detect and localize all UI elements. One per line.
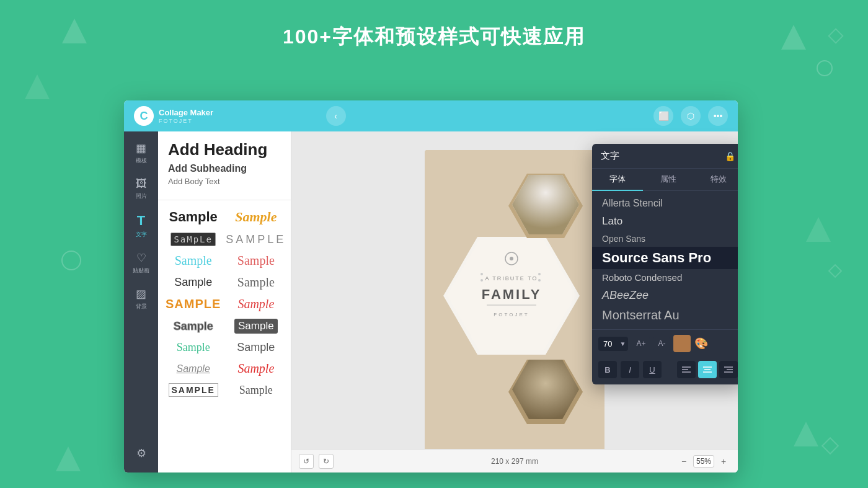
sticker-icon: ♡: [136, 251, 146, 265]
photo-icon: 🖼: [136, 177, 147, 190]
sample-text-6: Sample: [237, 254, 275, 268]
underline-button[interactable]: U: [643, 361, 662, 378]
svg-marker-6: [794, 422, 818, 446]
align-right-icon: [724, 366, 733, 373]
sample-text-16: Sample: [237, 362, 274, 376]
svg-point-25: [480, 279, 483, 282]
svg-point-29: [510, 257, 513, 260]
zoom-in-button[interactable]: +: [717, 455, 730, 468]
bold-button[interactable]: B: [598, 361, 617, 378]
sidebar-item-sticker[interactable]: ♡ 贴贴画: [126, 246, 156, 280]
text-panel: Add Heading Add Subheading Add Body Text…: [158, 131, 291, 472]
list-item[interactable]: SAMPLE: [166, 296, 221, 313]
template-label: 模板: [136, 157, 147, 165]
font-size-increase-btn[interactable]: A+: [632, 337, 650, 350]
sample-text-12: Sample: [234, 319, 278, 334]
list-item[interactable]: Sample: [226, 208, 286, 226]
font-item-montserrat[interactable]: Montserrat Au: [592, 305, 738, 326]
back-button[interactable]: ‹: [326, 106, 346, 126]
list-item[interactable]: Sample: [166, 360, 221, 377]
svg-text:A TRIBUTE TO: A TRIBUTE TO: [485, 275, 538, 282]
font-size-selector[interactable]: 70 ▼: [598, 337, 628, 351]
save-button[interactable]: ⬜: [653, 106, 673, 126]
list-item[interactable]: Sample: [226, 317, 286, 335]
sample-text-17: SAMPLE: [169, 383, 218, 397]
tab-effects[interactable]: 特效: [693, 169, 738, 190]
list-item[interactable]: Sample: [166, 208, 221, 226]
sample-grid: Sample Sample SaMpLe SAMPLE Sample Sampl…: [158, 203, 291, 403]
app-logo: C Collage Maker FOTOJET: [134, 106, 213, 126]
svg-marker-9: [806, 217, 831, 242]
font-list: Allerta Stencil Lato Open Sans Source Sa…: [592, 191, 738, 329]
font-item-allerta[interactable]: Allerta Stencil: [592, 195, 738, 212]
list-item[interactable]: Sample: [226, 296, 286, 313]
sample-text-4: SAMPLE: [226, 233, 286, 246]
canvas-dimensions: 210 x 297 mm: [491, 457, 538, 466]
svg-rect-7: [822, 438, 838, 453]
font-item-abeezee[interactable]: ABeeZee: [592, 286, 738, 305]
align-center-button[interactable]: [698, 361, 717, 378]
sample-text-5: Sample: [175, 254, 212, 268]
list-item[interactable]: Sample: [226, 274, 286, 291]
align-left-button[interactable]: [677, 361, 696, 378]
list-item[interactable]: Sample: [166, 317, 221, 335]
redo-button[interactable]: ↻: [319, 454, 334, 469]
sample-text-8: Sample: [237, 275, 275, 290]
font-item-roboto[interactable]: Roboto Condensed: [592, 269, 738, 286]
sample-text-10: Sample: [237, 297, 274, 311]
zoom-out-button[interactable]: −: [677, 455, 691, 468]
share-button[interactable]: ⬡: [681, 106, 701, 126]
font-color-swatch[interactable]: [673, 335, 691, 352]
sidebar: ▦ 模板 🖼 照片 T 文字 ♡ 贴贴画 ▨ 背景 ⚙: [124, 131, 158, 472]
font-item-sourcesans[interactable]: Source Sans Pro: [592, 247, 738, 269]
list-item[interactable]: SAMPLE: [226, 231, 286, 247]
list-item[interactable]: SAMPLE: [166, 382, 221, 398]
list-item[interactable]: Sample: [226, 382, 286, 398]
template-icon: ▦: [136, 141, 146, 155]
settings-icon: ⚙: [136, 446, 146, 460]
list-item[interactable]: Sample: [226, 252, 286, 269]
list-item[interactable]: Sample: [226, 360, 286, 377]
sample-text-3: SaMpLe: [170, 233, 216, 246]
font-item-lato[interactable]: Lato: [592, 212, 738, 231]
svg-rect-10: [829, 265, 841, 277]
list-item[interactable]: Sample: [166, 274, 221, 291]
app-window: C Collage Maker FOTOJET ‹ ⬜ ⬡ ••• ▦ 模板 🖼…: [124, 100, 738, 472]
tab-properties[interactable]: 属性: [643, 169, 694, 190]
text-presets: Add Heading Add Subheading Add Body Text: [158, 131, 291, 197]
app-toolbar: C Collage Maker FOTOJET ‹ ⬜ ⬡ •••: [124, 100, 738, 131]
sidebar-item-photo[interactable]: 🖼 照片: [126, 172, 156, 205]
font-panel-header: 文字 🔒: [592, 144, 738, 169]
color-palette-icon[interactable]: 🎨: [694, 337, 708, 350]
font-size-decrease-btn[interactable]: A-: [653, 337, 670, 350]
sample-text-15: Sample: [177, 363, 210, 375]
list-item[interactable]: Sample: [226, 340, 286, 355]
list-item[interactable]: Sample: [166, 252, 221, 269]
photo-label: 照片: [136, 192, 147, 200]
font-item-opensans[interactable]: Open Sans: [592, 231, 738, 247]
add-heading-btn[interactable]: Add Heading: [168, 140, 281, 159]
font-panel: 文字 🔒 字体 属性 特效 Allerta Stencil Lato Open …: [592, 144, 738, 384]
add-subheading-btn[interactable]: Add Subheading: [168, 163, 281, 174]
font-size-dropdown[interactable]: ▼: [617, 338, 628, 350]
list-item[interactable]: SaMpLe: [166, 231, 221, 247]
settings-button[interactable]: ⚙: [126, 441, 156, 465]
tab-font[interactable]: 字体: [592, 169, 643, 191]
italic-button[interactable]: I: [621, 361, 639, 378]
add-body-btn[interactable]: Add Body Text: [168, 177, 281, 186]
svg-point-8: [62, 251, 81, 270]
sidebar-item-background[interactable]: ▨ 背景: [126, 282, 156, 316]
svg-point-26: [538, 273, 541, 275]
align-center-icon: [703, 366, 712, 373]
font-format-controls: B I U: [592, 357, 738, 384]
undo-button[interactable]: ↺: [299, 454, 314, 469]
list-item[interactable]: Sample: [166, 340, 221, 355]
more-button[interactable]: •••: [708, 106, 728, 126]
align-right-button[interactable]: [719, 361, 738, 378]
font-panel-title: 文字: [601, 150, 619, 162]
sidebar-item-text[interactable]: T 文字: [126, 208, 156, 244]
canvas-area: A TRIBUTE TO FAMILY FOTOJET 文字 🔒 字体 属性 特…: [291, 131, 738, 472]
lock-icon[interactable]: 🔒: [725, 151, 735, 161]
sidebar-item-template[interactable]: ▦ 模板: [126, 136, 156, 170]
zoom-value[interactable]: 55%: [693, 455, 714, 468]
